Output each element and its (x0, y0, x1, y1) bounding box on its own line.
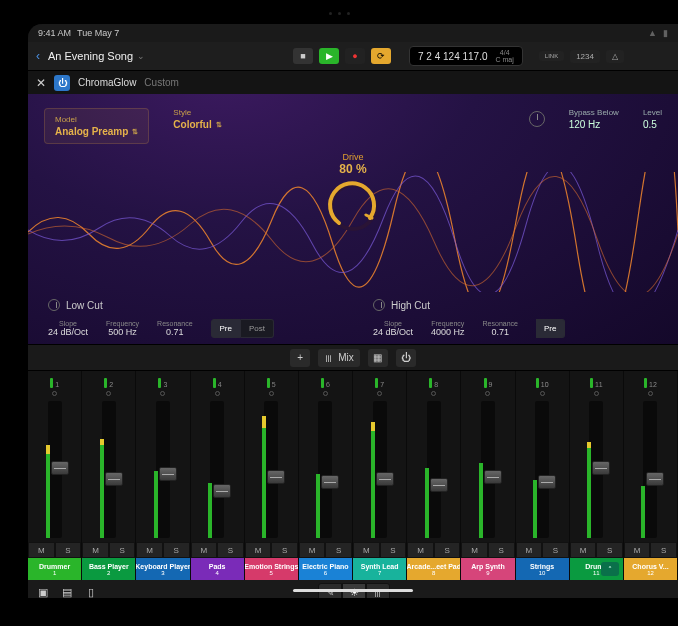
close-icon[interactable]: ✕ (36, 76, 46, 90)
link-button[interactable]: LINK (539, 51, 564, 61)
solo-button[interactable]: S (271, 542, 298, 558)
metronome-button[interactable]: △ (606, 50, 624, 63)
record-button[interactable]: ● (345, 48, 365, 64)
pan-knob[interactable] (407, 389, 460, 397)
solo-button[interactable]: S (488, 542, 515, 558)
pan-knob[interactable] (516, 389, 569, 397)
regions-button[interactable]: ▦ (368, 349, 388, 367)
highcut-slope[interactable]: Slope24 dB/Oct (373, 320, 413, 337)
solo-button[interactable]: S (434, 542, 461, 558)
mute-button[interactable]: M (407, 542, 434, 558)
solo-button[interactable]: S (217, 542, 244, 558)
mute-button[interactable]: M (461, 542, 488, 558)
channel-header: 8 (407, 371, 460, 389)
mute-button[interactable]: M (299, 542, 326, 558)
add-button[interactable]: + (290, 349, 310, 367)
mute-button[interactable]: M (136, 542, 163, 558)
fader-handle[interactable] (376, 472, 394, 486)
lowcut-pre-post-toggle[interactable]: Pre Post (211, 319, 274, 338)
mute-button[interactable]: M (570, 542, 597, 558)
solo-button[interactable]: S (163, 542, 190, 558)
mute-button[interactable]: M (624, 542, 651, 558)
fader-handle[interactable] (51, 461, 69, 475)
style-selector[interactable]: Style Colorful⇅ (173, 108, 221, 130)
pan-knob[interactable] (570, 389, 623, 397)
solo-button[interactable]: S (325, 542, 352, 558)
level-control[interactable]: Level 0.5 (643, 108, 662, 130)
fader-handle[interactable] (646, 472, 664, 486)
solo-button[interactable]: S (380, 542, 407, 558)
solo-button[interactable]: S (596, 542, 623, 558)
lcd-display[interactable]: 7 2 4 124 117.0 4/4 C maj (409, 46, 523, 66)
highcut-resonance[interactable]: Resonance0.71 (483, 320, 518, 337)
channel-label[interactable]: Drummer1 (28, 558, 81, 580)
mute-solo: MS (461, 542, 514, 558)
pan-knob[interactable] (624, 389, 677, 397)
channel-label[interactable]: Keyboard Player3 (136, 558, 189, 580)
channel-label[interactable]: Pads4 (191, 558, 244, 580)
home-indicator[interactable] (293, 589, 413, 592)
mute-button[interactable]: M (353, 542, 380, 558)
back-icon[interactable]: ‹ (36, 49, 40, 63)
play-button[interactable]: ▶ (319, 48, 339, 64)
fader-handle[interactable] (592, 461, 610, 475)
fader-handle[interactable] (538, 475, 556, 489)
fader-handle[interactable] (105, 472, 123, 486)
channel-label[interactable]: Arcade...eet Pad8 (407, 558, 460, 580)
cycle-button[interactable]: ⟳ (371, 48, 391, 64)
pan-knob[interactable] (82, 389, 135, 397)
fader-handle[interactable] (159, 467, 177, 481)
model-selector[interactable]: Model Analog Preamp⇅ (44, 108, 149, 144)
browser-icon[interactable]: ▤ (60, 585, 74, 598)
count-in-display[interactable]: 1234 (570, 50, 600, 63)
notepad-icon[interactable]: ▯ (84, 585, 98, 598)
fader-handle[interactable] (213, 484, 231, 498)
playhead-position: 7 2 4 124 117.0 (418, 51, 488, 62)
channel-label[interactable]: Bass Player2 (82, 558, 135, 580)
pan-knob[interactable] (136, 389, 189, 397)
fader-handle[interactable] (321, 475, 339, 489)
solo-button[interactable]: S (650, 542, 677, 558)
pan-knob[interactable] (28, 389, 81, 397)
highcut-pre-post-toggle[interactable]: Pre (536, 319, 565, 338)
channel-label[interactable]: Electric Piano6 (299, 558, 352, 580)
fader-handle[interactable] (430, 478, 448, 492)
plugin-preset[interactable]: Custom (144, 77, 178, 88)
mute-button[interactable]: M (516, 542, 543, 558)
lowcut-resonance[interactable]: Resonance0.71 (157, 320, 192, 337)
pan-knob[interactable] (461, 389, 514, 397)
channel-label[interactable]: Synth Lead7 (353, 558, 406, 580)
pan-knob[interactable] (245, 389, 298, 397)
solo-button[interactable]: S (542, 542, 569, 558)
highcut-power-icon[interactable] (373, 299, 385, 311)
fader-handle[interactable] (267, 470, 285, 484)
highcut-frequency[interactable]: Frequency4000 Hz (431, 320, 465, 337)
channel-label[interactable]: Emotion Strings5 (245, 558, 298, 580)
channel-label[interactable]: Strings10 (516, 558, 569, 580)
solo-button[interactable]: S (55, 542, 82, 558)
pan-knob[interactable] (191, 389, 244, 397)
pan-knob[interactable] (299, 389, 352, 397)
drive-knob[interactable]: Drive 80 % (326, 152, 380, 234)
mute-button[interactable]: M (28, 542, 55, 558)
lowcut-power-icon[interactable] (48, 299, 60, 311)
mute-button[interactable]: M (191, 542, 218, 558)
mute-button[interactable]: M (245, 542, 272, 558)
plugin-power-button[interactable]: ⏻ (54, 75, 70, 91)
stop-button[interactable]: ■ (293, 48, 313, 64)
section-power-icon[interactable] (529, 111, 545, 127)
mute-button[interactable]: M (82, 542, 109, 558)
mixer-power-button[interactable]: ⏻ (396, 349, 416, 367)
channel-label[interactable]: Chorus V...12 (624, 558, 677, 580)
mix-view-button[interactable]: ⫼ Mix (318, 349, 360, 367)
solo-button[interactable]: S (109, 542, 136, 558)
expand-channel-button[interactable]: ˄ (601, 562, 619, 576)
pan-knob[interactable] (353, 389, 406, 397)
bypass-control[interactable]: Bypass Below 120 Hz (569, 108, 619, 130)
channel-label[interactable]: Arp Synth9 (461, 558, 514, 580)
library-icon[interactable]: ▣ (36, 585, 50, 598)
lowcut-slope[interactable]: Slope24 dB/Oct (48, 320, 88, 337)
project-title-dropdown[interactable]: An Evening Song ⌄ (48, 50, 145, 62)
fader-handle[interactable] (484, 470, 502, 484)
lowcut-frequency[interactable]: Frequency500 Hz (106, 320, 139, 337)
